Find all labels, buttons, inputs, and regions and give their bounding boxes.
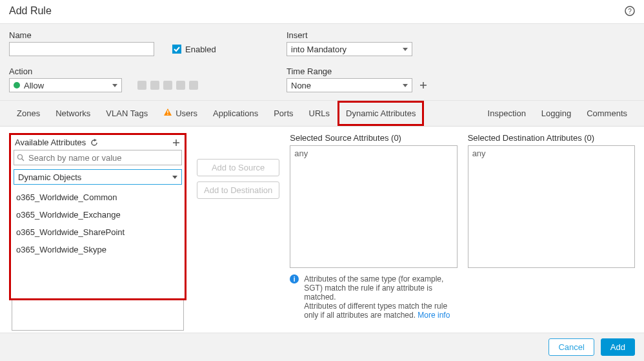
available-attributes-label: Available Attributes	[15, 138, 86, 147]
add-timerange-button[interactable]	[419, 81, 428, 90]
attributes-hint: i Attributes of the same type (for examp…	[290, 274, 457, 320]
refresh-icon[interactable]	[90, 138, 99, 147]
tab-dynamic-attributes[interactable]: Dynamic Attributes	[337, 101, 424, 126]
more-info-link[interactable]: More info	[418, 311, 450, 320]
help-icon[interactable]: ?	[625, 6, 635, 16]
svg-rect-2	[167, 110, 168, 113]
tab-comments[interactable]: Comments	[579, 101, 635, 125]
add-to-source-button[interactable]: Add to Source	[197, 159, 279, 176]
svg-rect-3	[167, 114, 168, 114]
list-item[interactable]: o365_Worldwide_Exchange	[14, 206, 182, 223]
selected-dest-value: any	[472, 149, 486, 158]
timerange-label: Time Range	[287, 67, 635, 76]
search-input[interactable]	[27, 152, 179, 163]
enabled-label: Enabled	[185, 45, 216, 54]
info-icon: i	[290, 274, 299, 284]
selected-source-value: any	[294, 149, 308, 158]
warning-icon	[163, 108, 172, 119]
enabled-checkbox[interactable]: Enabled	[172, 45, 216, 54]
add-button[interactable]: Add	[601, 338, 635, 356]
svg-line-5	[22, 159, 24, 161]
selected-dest-box[interactable]: any	[468, 145, 635, 268]
tab-inspection[interactable]: Inspection	[480, 101, 534, 125]
timerange-select[interactable]: None	[287, 78, 412, 92]
list-item[interactable]: o365_Worldwide_Common	[14, 189, 182, 206]
available-attributes-extra-box	[12, 300, 184, 331]
flow-icon	[150, 81, 159, 90]
available-attributes-panel: Available Attributes Dynamic Objects	[9, 133, 186, 300]
selected-source-box[interactable]: any	[290, 145, 457, 268]
log-icon	[189, 81, 198, 90]
tab-urls[interactable]: URLs	[301, 101, 338, 126]
mail-icon	[176, 81, 185, 90]
svg-text:?: ?	[628, 8, 632, 15]
search-input-wrap[interactable]	[14, 150, 182, 165]
add-to-destination-button[interactable]: Add to Destination	[197, 181, 279, 199]
action-label: Action	[9, 67, 261, 76]
tab-ports[interactable]: Ports	[266, 101, 301, 126]
chevron-down-icon	[112, 84, 117, 87]
search-icon	[17, 154, 25, 161]
insert-label: Insert	[287, 30, 635, 40]
user-icon	[163, 81, 172, 90]
chevron-down-icon	[403, 48, 408, 51]
tab-logging[interactable]: Logging	[534, 101, 579, 125]
insert-select[interactable]: into Mandatory	[287, 42, 412, 56]
tab-users[interactable]: Users	[156, 101, 205, 126]
list-item[interactable]: o365_Worldwide_Skype	[14, 241, 182, 258]
tab-applications[interactable]: Applications	[205, 101, 266, 126]
rule-option-icons	[137, 81, 198, 90]
attribute-list: o365_Worldwide_Common o365_Worldwide_Exc…	[14, 189, 182, 258]
allow-status-icon	[14, 82, 20, 88]
tab-networks[interactable]: Networks	[48, 101, 98, 126]
dialog-title: Add Rule	[9, 5, 52, 17]
attribute-type-select[interactable]: Dynamic Objects	[14, 169, 182, 185]
selected-source-label: Selected Source Attributes (0)	[290, 133, 457, 143]
chevron-down-icon	[403, 84, 408, 87]
list-item[interactable]: o365_Worldwide_SharePoint	[14, 223, 182, 241]
add-attribute-button[interactable]	[172, 138, 181, 147]
shield-icon	[137, 81, 146, 90]
name-label: Name	[9, 30, 261, 40]
svg-point-4	[18, 155, 23, 160]
cancel-button[interactable]: Cancel	[548, 338, 594, 356]
action-select[interactable]: Allow	[9, 78, 122, 92]
name-input[interactable]	[9, 42, 154, 56]
chevron-down-icon	[172, 176, 177, 179]
tab-zones[interactable]: Zones	[9, 101, 48, 126]
tab-vlan-tags[interactable]: VLAN Tags	[98, 101, 156, 126]
selected-dest-label: Selected Destination Attributes (0)	[468, 133, 635, 143]
